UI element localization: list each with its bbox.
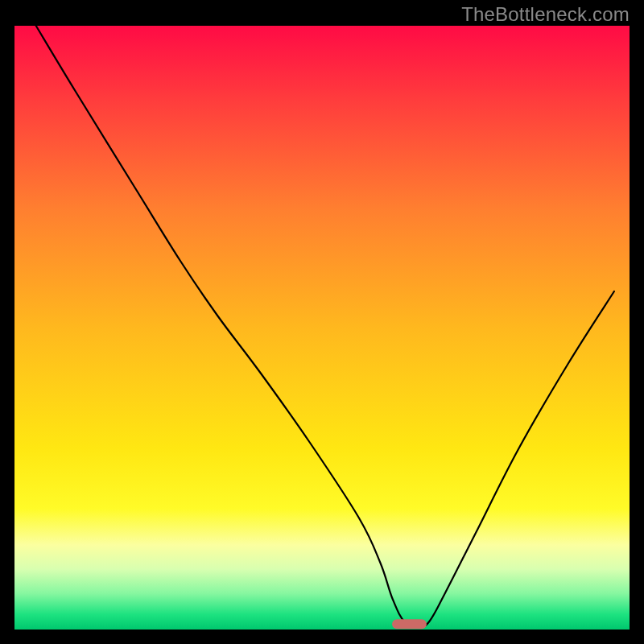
gradient-background	[14, 26, 630, 630]
watermark-text: TheBottleneck.com	[461, 3, 630, 26]
bottleneck-chart	[0, 0, 644, 644]
chart-frame: TheBottleneck.com	[0, 0, 644, 644]
optimal-marker	[392, 619, 427, 629]
